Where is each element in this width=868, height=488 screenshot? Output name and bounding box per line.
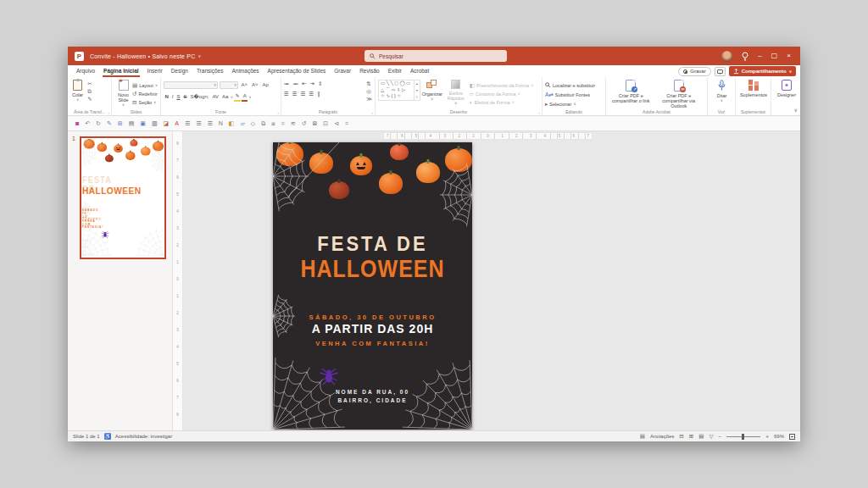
slide-address-text[interactable]: NOME DA RUA, 00 BAIRRO, CIDADE <box>273 388 472 405</box>
selection-pane-icon[interactable]: ⊲ <box>334 117 339 130</box>
tab-exibir[interactable]: Exibir <box>384 65 406 77</box>
shapes-gallery[interactable]: ▭╲╲◻◯▭ △⌒⇨⇩▷ ☆∿{}☆ ▴▾≡ <box>378 80 420 101</box>
close-button[interactable]: × <box>787 52 791 60</box>
paste-button[interactable]: Colar ∨ <box>70 79 85 103</box>
user-avatar[interactable] <box>721 51 732 62</box>
font-size-combo[interactable]: ▾ <box>220 81 238 89</box>
photo-album-icon[interactable]: ◪ <box>164 117 170 130</box>
save-icon[interactable]: ◙ <box>75 117 79 130</box>
normal-view-icon[interactable]: ⊟ <box>679 433 683 440</box>
replace-fonts-button[interactable]: A⇄Substituir Fontes <box>545 91 603 98</box>
tab-arquivo[interactable]: Arquivo <box>72 65 99 77</box>
strikethrough-button[interactable]: S <box>182 92 188 101</box>
tab-acrobat[interactable]: Acrobat <box>406 65 433 77</box>
create-pdf-outlook-button[interactable]: ✉ Criar PDF e compartilhar via Outlook <box>654 79 704 109</box>
italic-button[interactable]: I <box>170 92 175 101</box>
search-box[interactable]: Pesquisar <box>364 50 507 62</box>
crop-icon[interactable]: ⊡ <box>323 117 328 130</box>
section-button[interactable]: ⊟Seção∨ <box>132 98 158 106</box>
tab-inserir[interactable]: Inserir <box>143 65 167 77</box>
fit-to-window-icon[interactable] <box>789 434 795 440</box>
align-right-icon[interactable]: ☰ <box>207 117 212 130</box>
slide-title-line1[interactable]: FESTA DE <box>273 231 472 256</box>
clear-formatting-icon[interactable]: Ap <box>261 80 270 89</box>
indent-decrease-icon[interactable]: ⇤ <box>302 80 306 87</box>
zoom-slider-thumb[interactable] <box>742 434 744 440</box>
align-left-icon[interactable]: ☰ <box>185 117 190 130</box>
powerpoint-logo-icon[interactable]: P <box>75 52 84 61</box>
shapes-row-2[interactable]: △⌒⇨⇩▷ <box>381 87 412 94</box>
shape-outline-button[interactable]: ▱Contorno da Forma∨ <box>470 90 534 97</box>
paragraph-dialog-launcher[interactable]: ⌟ <box>371 109 373 114</box>
align-right-icon[interactable]: ☰ <box>301 91 306 97</box>
accessibility-status[interactable]: Acessibilidade: investigar <box>115 434 172 439</box>
collapse-ribbon-icon[interactable]: ∨ <box>794 107 798 113</box>
numbering-icon[interactable]: ≕ <box>293 80 299 87</box>
shrink-font-icon[interactable]: A˅ <box>251 80 260 89</box>
font-dialog-launcher[interactable]: ⌟ <box>277 109 279 114</box>
format-painter-icon[interactable]: ✎ <box>107 117 112 130</box>
new-slide-icon[interactable]: ▣ <box>140 117 146 130</box>
align-objects-icon[interactable]: ⌗ <box>281 117 285 130</box>
columns-icon[interactable]: ∥ <box>317 91 320 97</box>
restore-button[interactable]: ▢ <box>771 52 778 60</box>
find-replace-button[interactable]: Localizar e substituir <box>545 81 603 89</box>
shapes-gallery-scrollbar[interactable]: ▴▾≡ <box>414 80 420 100</box>
text-shadow-button[interactable]: S�ogn; <box>189 92 210 101</box>
tab-transições[interactable]: Transições <box>192 65 228 77</box>
bring-forward-icon[interactable]: ⧉ <box>261 117 265 130</box>
tab-página-inicial[interactable]: Página Inicial <box>99 65 143 77</box>
font-name-combo[interactable]: ▾ <box>164 81 218 89</box>
minimize-button[interactable]: – <box>758 52 761 60</box>
slide-canvas[interactable]: FESTA DE HALLOWEEN SÁBADO, 30 DE OUTUBRO… <box>273 142 472 430</box>
align-center-icon[interactable]: ☰ <box>292 91 298 97</box>
highlight-color-icon[interactable]: ✎ <box>234 92 241 102</box>
copy-icon[interactable]: ⧉ <box>87 88 92 95</box>
redo-icon[interactable]: ↻ <box>96 117 101 130</box>
reset-button[interactable]: ↺Redefinir <box>132 90 158 97</box>
insert-table-icon[interactable]: ⊞ <box>118 117 123 130</box>
indent-increase-icon[interactable]: ⇥ <box>309 80 314 87</box>
smartart-icon[interactable]: ≫ <box>366 96 372 103</box>
slide-thumbnail[interactable]: FESTA DE HALLOWEEN SÁBADO, 30 DE OUTUBRO… <box>80 136 166 259</box>
zoom-in-icon[interactable]: + <box>765 434 769 440</box>
notes-button[interactable]: Anotações <box>650 434 674 439</box>
send-backward-icon[interactable]: ⧈ <box>271 117 275 130</box>
change-case-button[interactable]: Aa <box>220 92 229 101</box>
shapes-row-3[interactable]: ☆∿{}☆ <box>381 93 412 100</box>
grow-font-icon[interactable]: A˄ <box>240 80 249 89</box>
bold-icon[interactable]: N <box>219 117 223 130</box>
bullets-icon[interactable]: ≔ <box>284 80 290 87</box>
align-text-icon[interactable]: ◎ <box>366 88 372 95</box>
shapes-row-1[interactable]: ▭╲╲◻◯▭ <box>381 80 412 87</box>
group-icon[interactable]: ⊠ <box>312 117 317 130</box>
slide-date-text[interactable]: SÁBADO, 30 DE OUTUBRO <box>273 313 472 321</box>
shapes-icon[interactable]: ◇ <box>251 117 255 130</box>
designer-button[interactable]: ✦ Designer <box>774 79 799 98</box>
quick-styles-button[interactable]: Estilos Rápidos ∨ <box>444 79 468 107</box>
undo-icon[interactable]: ↶ <box>85 117 90 130</box>
addins-button[interactable]: Suplementos <box>738 79 769 98</box>
format-painter-icon[interactable]: ✎ <box>87 96 92 103</box>
justify-icon[interactable]: ☰ <box>309 91 314 97</box>
text-direction-icon[interactable]: ⇅ <box>366 80 372 87</box>
bold-button[interactable]: N <box>164 92 170 101</box>
character-spacing-button[interactable]: AV <box>211 92 220 101</box>
distribute-icon[interactable]: ≋ <box>291 117 296 130</box>
zoom-level[interactable]: 69% <box>774 434 784 439</box>
new-slide-button[interactable]: Novo Slide ∨ <box>114 79 132 108</box>
lightbulb-icon[interactable] <box>742 52 748 61</box>
share-button[interactable]: Compartilhamento ∨ <box>729 66 796 76</box>
slide-fantasy-text[interactable]: VENHA COM FANTASIA! <box>273 340 472 347</box>
slide-layout-icon[interactable]: ▥ <box>152 117 158 130</box>
slide-title-line2[interactable]: HALLOWEEN <box>273 255 472 283</box>
create-pdf-link-button[interactable]: ↗ Criar PDF e compartilhar o link <box>609 79 653 109</box>
shape-fill-button[interactable]: ◧Preenchimento da Forma∨ <box>470 81 534 89</box>
layout-button[interactable]: ▤Layout∨ <box>132 81 158 89</box>
slideshow-icon[interactable]: ▽ <box>709 433 713 440</box>
record-button[interactable]: Gravar <box>678 67 710 76</box>
insert-picture-icon[interactable]: ▤ <box>129 117 135 130</box>
comments-button[interactable] <box>715 67 726 76</box>
tab-revisão[interactable]: Revisão <box>355 65 383 77</box>
drawing-dialog-launcher[interactable]: ⌟ <box>538 109 540 114</box>
